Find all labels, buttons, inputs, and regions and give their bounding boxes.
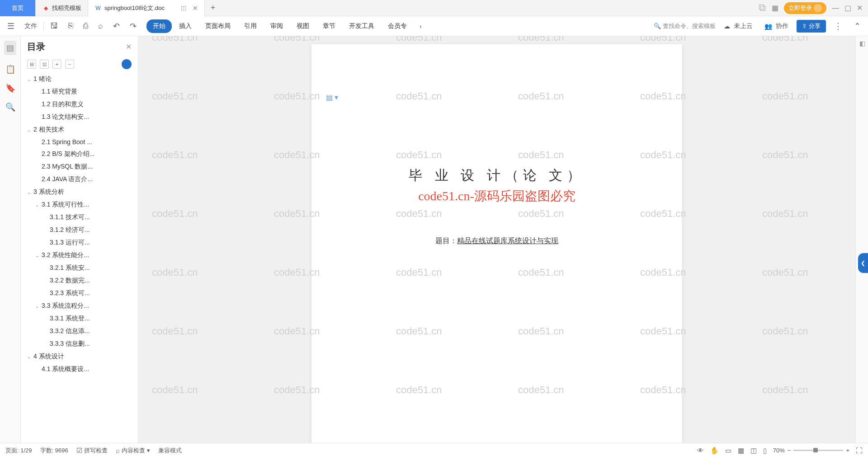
share-button[interactable]: ⇧ 分享 <box>797 20 826 33</box>
collapse-icon[interactable]: ⌃ <box>850 19 864 34</box>
ribbon-tab-4[interactable]: 审阅 <box>264 19 289 33</box>
bookmark-icon[interactable]: 🔖 <box>5 83 15 93</box>
outline-item[interactable]: 2.4 JAVA 语言介... <box>24 173 135 186</box>
clipboard-icon[interactable]: 📋 <box>5 64 15 74</box>
window-close-icon[interactable]: ✕ <box>857 4 863 12</box>
remove-node-icon[interactable]: − <box>65 60 74 69</box>
hand-icon[interactable]: ✋ <box>710 447 719 455</box>
page-indicator[interactable]: 页面: 1/29 <box>5 447 32 455</box>
zoom-slider[interactable] <box>793 450 843 451</box>
outline-item[interactable]: 1.1 研究背景 <box>24 85 135 98</box>
outline-item-label: 3.1.2 经济可... <box>50 226 90 234</box>
outline-item[interactable]: ⌄2 相关技术 <box>24 123 135 136</box>
collapse-all-icon[interactable]: ⊟ <box>27 60 36 69</box>
outline-item[interactable]: 3.2.1 系统安... <box>24 262 135 274</box>
login-button[interactable]: 立即登录 <box>784 2 826 14</box>
close-icon[interactable]: ✕ <box>193 5 198 12</box>
view-read-icon[interactable]: ▯ <box>763 447 767 455</box>
outline-item[interactable]: ⌄3 系统分析 <box>24 186 135 198</box>
outline-item[interactable]: ⌄1 绪论 <box>24 73 135 85</box>
outline-item-label: 3.2.3 系统可... <box>50 289 90 297</box>
outline-item[interactable]: 3.1.2 经济可... <box>24 224 135 236</box>
outline-item[interactable]: 1.3 论文结构安... <box>24 111 135 123</box>
chevron-icon[interactable]: ⌄ <box>27 190 33 195</box>
chevron-icon[interactable]: ⌄ <box>35 202 42 207</box>
save-icon[interactable]: 🖫 <box>47 19 62 33</box>
outline-item[interactable]: 1.2 目的和意义 <box>24 98 135 111</box>
outline-item[interactable]: ⌄4 系统设计 <box>24 350 135 363</box>
word-count[interactable]: 字数: 9696 <box>40 447 68 455</box>
outline-icon[interactable]: ▤ <box>4 41 16 55</box>
zoom-in-icon[interactable]: + <box>846 447 849 454</box>
outline-close-icon[interactable]: ✕ <box>126 42 132 51</box>
more-icon[interactable]: ⋮ <box>830 19 846 34</box>
new-tab-button[interactable]: + <box>205 3 221 13</box>
minimize-icon[interactable]: — <box>832 4 839 12</box>
outline-item[interactable]: 2.3 MySQL 数据... <box>24 160 135 173</box>
panel-toggle-icon[interactable]: ◧ <box>859 40 865 47</box>
content-check[interactable]: ⌕内容检查 ▾ <box>116 447 150 455</box>
chevron-icon[interactable]: ⌄ <box>27 77 33 82</box>
outline-item[interactable]: 4.1 系统概要设... <box>24 363 135 376</box>
menu-icon[interactable]: ☰ <box>4 19 18 34</box>
zoom-control[interactable]: 70% − + <box>773 447 849 454</box>
ribbon-more-icon[interactable]: › <box>416 20 425 33</box>
side-handle[interactable]: ❮ <box>858 253 868 273</box>
tab-home[interactable]: 首页 <box>0 0 36 16</box>
outline-item[interactable]: 3.3.3 信息删... <box>24 338 135 350</box>
outline-item[interactable]: 2.1 Spring Boot ... <box>24 136 135 148</box>
tab-templates[interactable]: ◆ 找稻壳模板 <box>36 0 88 16</box>
spellcheck-toggle[interactable]: ☑拼写检查 <box>76 447 108 455</box>
collab-button[interactable]: 👥 协作 <box>761 19 792 33</box>
ribbon-tab-3[interactable]: 引用 <box>238 19 263 33</box>
find-icon[interactable]: 🔍 <box>5 102 15 112</box>
chevron-icon[interactable]: ⌄ <box>35 304 42 309</box>
compat-mode[interactable]: 兼容模式 <box>158 447 182 455</box>
outline-item[interactable]: 3.1.1 技术可... <box>24 211 135 224</box>
ribbon-tab-8[interactable]: 会员专 <box>382 19 413 33</box>
chevron-icon[interactable]: ⌄ <box>27 354 33 359</box>
fullscreen-icon[interactable]: ⛶ <box>856 447 863 454</box>
outline-item[interactable]: 3.3.1 系统登... <box>24 312 135 325</box>
outline-item[interactable]: ⌄3.3 系统流程分... <box>24 300 135 312</box>
cloud-status[interactable]: ☁ 未上云 <box>720 19 756 33</box>
redo-icon[interactable]: ↷ <box>126 19 140 34</box>
view-outline-icon[interactable]: ◫ <box>750 447 757 455</box>
view-web-icon[interactable]: ▦ <box>738 447 744 455</box>
outline-item[interactable]: ⌄3.2 系统性能分... <box>24 249 135 262</box>
eye-icon[interactable]: 👁 <box>697 447 704 454</box>
ribbon-tab-2[interactable]: 页面布局 <box>199 19 237 33</box>
ribbon-tab-5[interactable]: 视图 <box>290 19 316 33</box>
outline-item[interactable]: 3.2.2 数据完... <box>24 274 135 287</box>
tab-document[interactable]: W springboot108论文.doc ◫ ✕ <box>88 0 205 16</box>
add-node-icon[interactable]: + <box>52 60 61 69</box>
layout-icon[interactable]: ⿻ <box>759 4 766 12</box>
outline-item[interactable]: 2.2 B/S 架构介绍... <box>24 148 135 160</box>
document-canvas[interactable]: ▤ ▾ 毕 业 设 计（论 文） code51.cn-源码乐园盗图必究 题目：精… <box>138 36 855 443</box>
file-menu[interactable]: 文件 <box>21 19 41 33</box>
outline-tree[interactable]: ⌄1 绪论1.1 研究背景1.2 目的和意义1.3 论文结构安...⌄2 相关技… <box>21 73 138 443</box>
outline-item[interactable]: 3.1.3 运行可... <box>24 236 135 249</box>
ribbon-tab-6[interactable]: 章节 <box>316 19 342 33</box>
print-icon[interactable]: ⎙ <box>80 19 92 33</box>
ribbon-tab-1[interactable]: 插入 <box>173 19 198 33</box>
chevron-icon[interactable]: ⌄ <box>35 253 42 258</box>
sync-icon[interactable] <box>122 59 132 69</box>
chevron-icon[interactable]: ⌄ <box>27 127 33 132</box>
outline-item[interactable]: 3.2.3 系统可... <box>24 287 135 300</box>
outline-item[interactable]: 3.3.2 信息添... <box>24 325 135 338</box>
avatar-icon <box>814 4 822 12</box>
view-page-icon[interactable]: ▭ <box>725 447 731 455</box>
preview-icon[interactable]: ⌕ <box>94 19 107 33</box>
undo-icon[interactable]: ↶ <box>109 19 123 34</box>
ribbon-tab-7[interactable]: 开发工具 <box>343 19 381 33</box>
tab-split-icon[interactable]: ◫ <box>181 5 186 11</box>
command-search[interactable]: 🔍 查找命令、搜索模板 <box>654 22 716 30</box>
maximize-icon[interactable]: ▢ <box>844 4 851 12</box>
expand-all-icon[interactable]: ⊡ <box>40 60 49 69</box>
grid-icon[interactable]: ▦ <box>772 4 778 12</box>
zoom-out-icon[interactable]: − <box>788 447 791 454</box>
save-as-icon[interactable]: ⎘ <box>65 19 77 33</box>
ribbon-tab-0[interactable]: 开始 <box>146 19 172 33</box>
outline-item[interactable]: ⌄3.1 系统可行性... <box>24 198 135 211</box>
